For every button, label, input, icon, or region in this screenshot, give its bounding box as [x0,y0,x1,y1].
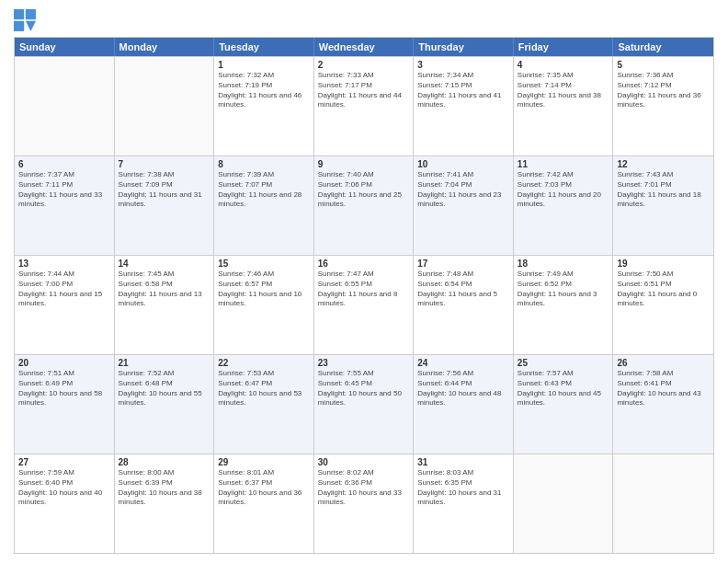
calendar-day-header: Thursday [414,38,514,56]
calendar-header: SundayMondayTuesdayWednesdayThursdayFrid… [15,38,713,56]
cell-info: Sunrise: 8:03 AM Sunset: 6:35 PM Dayligh… [417,468,509,508]
calendar-day-header: Friday [514,38,614,56]
day-number: 9 [318,159,410,169]
day-number: 22 [218,358,310,368]
calendar-day-cell: 16Sunrise: 7:47 AM Sunset: 6:55 PM Dayli… [314,256,415,354]
cell-info: Sunrise: 7:47 AM Sunset: 6:55 PM Dayligh… [318,270,410,309]
cell-info: Sunrise: 7:59 AM Sunset: 6:40 PM Dayligh… [18,468,110,508]
svg-rect-2 [14,21,24,31]
calendar-day-cell: 8Sunrise: 7:39 AM Sunset: 7:07 PM Daylig… [214,156,314,255]
calendar-day-cell: 29Sunrise: 8:01 AM Sunset: 6:37 PM Dayli… [214,454,314,553]
calendar-day-cell [115,57,215,155]
calendar-day-cell: 25Sunrise: 7:57 AM Sunset: 6:43 PM Dayli… [514,355,614,454]
cell-info: Sunrise: 7:32 AM Sunset: 7:19 PM Dayligh… [218,71,310,110]
calendar-day-cell: 24Sunrise: 7:56 AM Sunset: 6:44 PM Dayli… [414,355,514,454]
cell-info: Sunrise: 7:34 AM Sunset: 7:15 PM Dayligh… [417,71,509,110]
cell-info: Sunrise: 7:56 AM Sunset: 6:44 PM Dayligh… [417,369,509,408]
day-number: 23 [318,358,410,368]
day-number: 7 [119,159,210,169]
day-number: 28 [119,457,210,467]
general-blue-icon [14,9,36,31]
cell-info: Sunrise: 7:58 AM Sunset: 6:41 PM Dayligh… [617,369,710,408]
day-number: 29 [218,457,310,467]
calendar-day-header: Monday [115,38,215,56]
day-number: 6 [18,159,110,169]
cell-info: Sunrise: 7:42 AM Sunset: 7:03 PM Dayligh… [518,170,609,210]
day-number: 31 [417,457,509,467]
cell-info: Sunrise: 7:57 AM Sunset: 6:43 PM Dayligh… [518,369,609,408]
calendar-day-cell: 28Sunrise: 8:00 AM Sunset: 6:39 PM Dayli… [115,454,215,553]
cell-info: Sunrise: 8:00 AM Sunset: 6:39 PM Dayligh… [119,468,210,508]
day-number: 12 [617,159,710,169]
svg-marker-3 [26,21,36,31]
calendar-day-cell: 23Sunrise: 7:55 AM Sunset: 6:45 PM Dayli… [314,355,415,454]
calendar-day-cell: 13Sunrise: 7:44 AM Sunset: 7:00 PM Dayli… [15,256,115,354]
calendar-day-header: Tuesday [214,38,314,56]
calendar-week: 27Sunrise: 7:59 AM Sunset: 6:40 PM Dayli… [15,454,713,553]
cell-info: Sunrise: 7:51 AM Sunset: 6:49 PM Dayligh… [18,369,110,408]
day-number: 15 [218,259,310,269]
cell-info: Sunrise: 7:43 AM Sunset: 7:01 PM Dayligh… [617,170,710,210]
calendar-day-cell: 6Sunrise: 7:37 AM Sunset: 7:11 PM Daylig… [15,156,115,255]
cell-info: Sunrise: 7:37 AM Sunset: 7:11 PM Dayligh… [18,170,110,210]
calendar-day-cell: 1Sunrise: 7:32 AM Sunset: 7:19 PM Daylig… [214,57,314,155]
calendar-week: 20Sunrise: 7:51 AM Sunset: 6:49 PM Dayli… [15,354,713,454]
day-number: 1 [218,60,310,70]
day-number: 3 [417,60,509,70]
logo [14,9,40,31]
calendar-day-header: Wednesday [314,38,415,56]
day-number: 5 [617,60,710,70]
cell-info: Sunrise: 7:55 AM Sunset: 6:45 PM Dayligh… [318,369,410,408]
cell-info: Sunrise: 7:41 AM Sunset: 7:04 PM Dayligh… [417,170,509,210]
calendar-day-cell: 30Sunrise: 8:02 AM Sunset: 6:36 PM Dayli… [314,454,415,553]
calendar-day-cell: 20Sunrise: 7:51 AM Sunset: 6:49 PM Dayli… [15,355,115,454]
cell-info: Sunrise: 7:52 AM Sunset: 6:48 PM Dayligh… [119,369,210,408]
calendar-day-cell: 4Sunrise: 7:35 AM Sunset: 7:14 PM Daylig… [514,57,614,155]
day-number: 18 [518,259,609,269]
cell-info: Sunrise: 7:49 AM Sunset: 6:52 PM Dayligh… [518,270,609,309]
cell-info: Sunrise: 7:33 AM Sunset: 7:17 PM Dayligh… [318,71,410,110]
cell-info: Sunrise: 7:35 AM Sunset: 7:14 PM Dayligh… [518,71,609,110]
day-number: 25 [518,358,609,368]
calendar-day-cell: 5Sunrise: 7:36 AM Sunset: 7:12 PM Daylig… [613,57,713,155]
day-number: 14 [119,259,210,269]
day-number: 4 [518,60,609,70]
calendar: SundayMondayTuesdayWednesdayThursdayFrid… [14,37,714,554]
day-number: 10 [417,159,509,169]
calendar-day-header: Saturday [613,38,713,56]
cell-info: Sunrise: 7:48 AM Sunset: 6:54 PM Dayligh… [417,270,509,309]
calendar-day-cell: 3Sunrise: 7:34 AM Sunset: 7:15 PM Daylig… [414,57,514,155]
calendar-day-cell: 10Sunrise: 7:41 AM Sunset: 7:04 PM Dayli… [414,156,514,255]
calendar-day-cell: 11Sunrise: 7:42 AM Sunset: 7:03 PM Dayli… [514,156,614,255]
calendar-week: 1Sunrise: 7:32 AM Sunset: 7:19 PM Daylig… [15,56,713,155]
day-number: 27 [18,457,110,467]
calendar-day-cell: 26Sunrise: 7:58 AM Sunset: 6:41 PM Dayli… [613,355,713,454]
calendar-day-cell: 12Sunrise: 7:43 AM Sunset: 7:01 PM Dayli… [613,156,713,255]
day-number: 16 [318,259,410,269]
day-number: 24 [417,358,509,368]
cell-info: Sunrise: 8:02 AM Sunset: 6:36 PM Dayligh… [318,468,410,508]
calendar-body: 1Sunrise: 7:32 AM Sunset: 7:19 PM Daylig… [15,56,713,553]
calendar-day-cell: 22Sunrise: 7:53 AM Sunset: 6:47 PM Dayli… [214,355,314,454]
svg-rect-1 [26,9,36,19]
calendar-week: 13Sunrise: 7:44 AM Sunset: 7:00 PM Dayli… [15,255,713,354]
svg-rect-0 [14,9,24,19]
day-number: 19 [617,259,710,269]
calendar-day-cell [613,454,713,553]
calendar-day-cell: 7Sunrise: 7:38 AM Sunset: 7:09 PM Daylig… [115,156,215,255]
calendar-day-cell [15,57,115,155]
day-number: 11 [518,159,609,169]
cell-info: Sunrise: 7:38 AM Sunset: 7:09 PM Dayligh… [119,170,210,210]
cell-info: Sunrise: 8:01 AM Sunset: 6:37 PM Dayligh… [218,468,310,508]
cell-info: Sunrise: 7:44 AM Sunset: 7:00 PM Dayligh… [18,270,110,309]
calendar-week: 6Sunrise: 7:37 AM Sunset: 7:11 PM Daylig… [15,155,713,255]
cell-info: Sunrise: 7:50 AM Sunset: 6:51 PM Dayligh… [617,270,710,309]
cell-info: Sunrise: 7:39 AM Sunset: 7:07 PM Dayligh… [218,170,310,210]
day-number: 26 [617,358,710,368]
calendar-day-cell: 14Sunrise: 7:45 AM Sunset: 6:58 PM Dayli… [115,256,215,354]
calendar-day-cell: 17Sunrise: 7:48 AM Sunset: 6:54 PM Dayli… [414,256,514,354]
day-number: 17 [417,259,509,269]
calendar-day-cell: 19Sunrise: 7:50 AM Sunset: 6:51 PM Dayli… [613,256,713,354]
calendar-day-cell [514,454,614,553]
calendar-day-cell: 18Sunrise: 7:49 AM Sunset: 6:52 PM Dayli… [514,256,614,354]
